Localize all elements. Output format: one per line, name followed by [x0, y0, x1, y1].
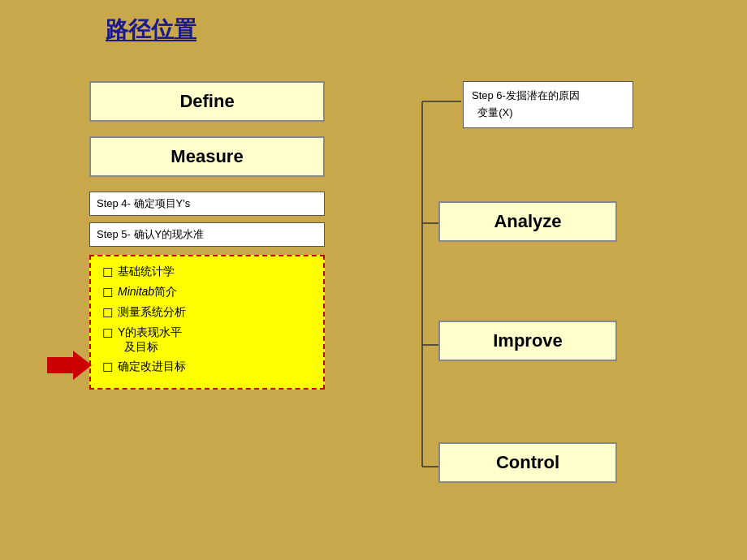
- checklist-item-1: ☐ 基础统计学: [102, 265, 312, 280]
- checklist-text-3: 测量系统分析: [118, 305, 186, 320]
- step6-label: Step 6-发掘潜在的原因 变量(X): [472, 89, 580, 118]
- step4-box: Step 4- 确定项目Y's: [89, 192, 325, 216]
- svg-marker-0: [47, 351, 92, 380]
- checklist-text-5: 确定改进目标: [118, 360, 186, 374]
- analyze-box: Analyze: [438, 201, 617, 242]
- checklist-text-4: Y的表现水平 及目标: [118, 325, 182, 355]
- left-column: Define Measure Step 4- 确定项目Y's Step 5- 确…: [89, 81, 325, 390]
- checklist-text-1: 基础统计学: [118, 265, 175, 279]
- checkbox-4: ☐: [102, 326, 113, 341]
- control-box: Control: [438, 442, 617, 483]
- improve-box: Improve: [438, 321, 617, 361]
- checkbox-5: ☐: [102, 360, 113, 375]
- checklist-text-2: Minitab简介: [118, 285, 177, 299]
- define-box: Define: [89, 81, 325, 122]
- step6-box: Step 6-发掘潜在的原因 变量(X): [463, 81, 633, 128]
- step5-box: Step 5- 确认Y的现水准: [89, 222, 325, 247]
- arrow-icon: [47, 351, 92, 383]
- checkbox-1: ☐: [102, 265, 113, 280]
- checklist-item-3: ☐ 测量系统分析: [102, 305, 312, 321]
- checklist-item-4: ☐ Y的表现水平 及目标: [102, 325, 312, 355]
- checkbox-3: ☐: [102, 306, 113, 321]
- checkbox-2: ☐: [102, 286, 113, 300]
- checklist-item-2: ☐ Minitab简介: [102, 285, 312, 300]
- measure-box: Measure: [89, 136, 325, 177]
- page-title: 路径位置: [106, 15, 196, 45]
- checklist-box: ☐ 基础统计学 ☐ Minitab简介 ☐ 测量系统分析 ☐ Y的表现水平 及目…: [89, 255, 325, 390]
- checklist-item-5: ☐ 确定改进目标: [102, 360, 312, 375]
